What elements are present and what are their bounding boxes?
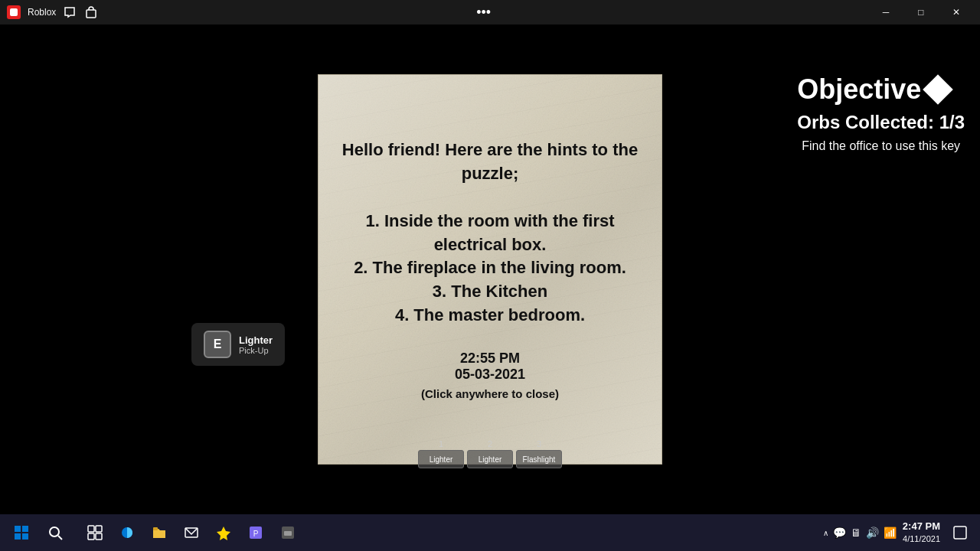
tray-chat-icon[interactable]: 💬 bbox=[833, 527, 846, 539]
note-close-instruction: (Click anywhere to close) bbox=[421, 387, 559, 400]
edge-browser-button[interactable] bbox=[112, 517, 142, 548]
minimize-button[interactable]: ─ bbox=[868, 0, 903, 24]
tray-volume-icon[interactable]: 🔊 bbox=[866, 527, 879, 539]
taskbar: P ∧ 💬 🖥 🔊 📶 2:47 PM 4/11/2021 bbox=[0, 514, 980, 551]
notification-icon[interactable] bbox=[946, 519, 974, 546]
svg-rect-12 bbox=[96, 533, 102, 540]
hotbar-slot-number-2: 2 bbox=[488, 439, 492, 448]
system-clock[interactable]: 2:47 PM 4/11/2021 bbox=[903, 520, 940, 544]
svg-rect-19 bbox=[284, 531, 292, 536]
hotbar-item-3: Flashlight bbox=[516, 450, 562, 468]
svg-rect-1 bbox=[10, 8, 18, 16]
taskbar-apps: P bbox=[80, 517, 303, 548]
svg-rect-11 bbox=[88, 533, 94, 540]
note-date: 05-03-2021 bbox=[421, 367, 559, 383]
taskbar-left: P bbox=[6, 517, 303, 548]
svg-line-8 bbox=[58, 536, 62, 540]
task-view-button[interactable] bbox=[80, 517, 110, 548]
bag-icon[interactable] bbox=[83, 5, 99, 20]
clock-date: 4/11/2021 bbox=[903, 533, 940, 544]
objective-hint: Find the office to use this key bbox=[797, 139, 965, 153]
pickup-prompt: E Lighter Pick-Up bbox=[191, 323, 285, 366]
hotbar-item-1: Lighter bbox=[418, 450, 464, 468]
close-button[interactable]: ✕ bbox=[939, 0, 974, 24]
title-bar: Roblox ••• ─ □ ✕ bbox=[0, 0, 980, 24]
titlebar-more-button[interactable]: ••• bbox=[470, 5, 497, 21]
window-title: Roblox bbox=[28, 7, 56, 18]
svg-rect-10 bbox=[96, 526, 102, 532]
app-6-button[interactable]: P bbox=[240, 517, 271, 548]
note-overlay[interactable]: Hello friend! Here are the hints to the … bbox=[318, 74, 662, 465]
pickup-item-name: Lighter bbox=[239, 334, 273, 346]
svg-text:P: P bbox=[253, 530, 259, 538]
tray-expand[interactable]: ∧ bbox=[823, 529, 828, 537]
mail-button[interactable] bbox=[176, 517, 207, 548]
objective-panel: Objective Orbs Collected: 1/3 Find the o… bbox=[797, 61, 965, 153]
tray-monitor-icon[interactable]: 🖥 bbox=[851, 527, 861, 539]
pickup-key-badge: E bbox=[204, 331, 231, 358]
note-hint3: 3. The Kitchen bbox=[433, 282, 547, 301]
objective-orbs: Orbs Collected: 1/3 bbox=[797, 112, 965, 133]
hotbar-slot-3[interactable]: 3 Flashlight bbox=[516, 439, 562, 468]
window-controls: ─ □ ✕ bbox=[868, 0, 974, 24]
taskbar-right: ∧ 💬 🖥 🔊 📶 2:47 PM 4/11/2021 bbox=[823, 519, 974, 546]
svg-rect-20 bbox=[954, 527, 966, 539]
note-hint2: 2. The fireplace in the living room. bbox=[354, 258, 626, 277]
app-7-button[interactable] bbox=[273, 517, 303, 548]
svg-point-7 bbox=[50, 527, 59, 536]
svg-rect-4 bbox=[22, 526, 28, 532]
titlebar-left: Roblox bbox=[6, 5, 99, 20]
app-5-button[interactable] bbox=[208, 517, 239, 548]
tray-wifi-icon[interactable]: 📶 bbox=[884, 527, 897, 539]
note-footer: 22:55 PM 05-03-2021 (Click anywhere to c… bbox=[421, 350, 559, 400]
game-viewport: Objective Orbs Collected: 1/3 Find the o… bbox=[0, 24, 980, 514]
chat-icon[interactable] bbox=[62, 5, 77, 20]
clock-time: 2:47 PM bbox=[903, 520, 940, 533]
svg-rect-2 bbox=[87, 10, 96, 18]
svg-rect-9 bbox=[88, 526, 94, 532]
hotbar-item-2: Lighter bbox=[467, 450, 513, 468]
pickup-text: Lighter Pick-Up bbox=[239, 334, 273, 355]
note-time: 22:55 PM bbox=[421, 350, 559, 367]
hotbar-slot-1[interactable]: 1 Lighter bbox=[418, 439, 464, 468]
svg-rect-3 bbox=[15, 526, 21, 532]
note-hint1: 1. Inside the room with the first electr… bbox=[365, 211, 614, 254]
objective-label: Objective bbox=[797, 73, 921, 106]
pickup-action-label: Pick-Up bbox=[239, 346, 273, 355]
svg-rect-13 bbox=[153, 527, 158, 530]
note-hint4: 4. The master bedroom. bbox=[395, 305, 585, 324]
maximize-button[interactable]: □ bbox=[903, 0, 939, 24]
hotbar: 1 Lighter 2 Lighter 3 Flashlight bbox=[418, 439, 562, 468]
hotbar-slot-number-3: 3 bbox=[537, 439, 541, 448]
hotbar-slot-2[interactable]: 2 Lighter bbox=[467, 439, 513, 468]
objective-title: Objective bbox=[797, 73, 965, 106]
svg-rect-5 bbox=[15, 533, 21, 540]
roblox-logo-icon bbox=[6, 5, 21, 20]
hotbar-slot-number-1: 1 bbox=[439, 439, 443, 448]
objective-diamond-icon bbox=[923, 74, 954, 105]
note-text: Hello friend! Here are the hints to the … bbox=[341, 139, 639, 327]
start-button[interactable] bbox=[6, 517, 37, 548]
search-button[interactable] bbox=[40, 517, 70, 548]
system-tray: ∧ 💬 🖥 🔊 📶 bbox=[823, 527, 897, 539]
svg-marker-15 bbox=[217, 527, 230, 540]
file-explorer-button[interactable] bbox=[144, 517, 175, 548]
svg-rect-6 bbox=[22, 533, 28, 540]
note-greeting: Hello friend! Here are the hints to the … bbox=[342, 140, 638, 183]
